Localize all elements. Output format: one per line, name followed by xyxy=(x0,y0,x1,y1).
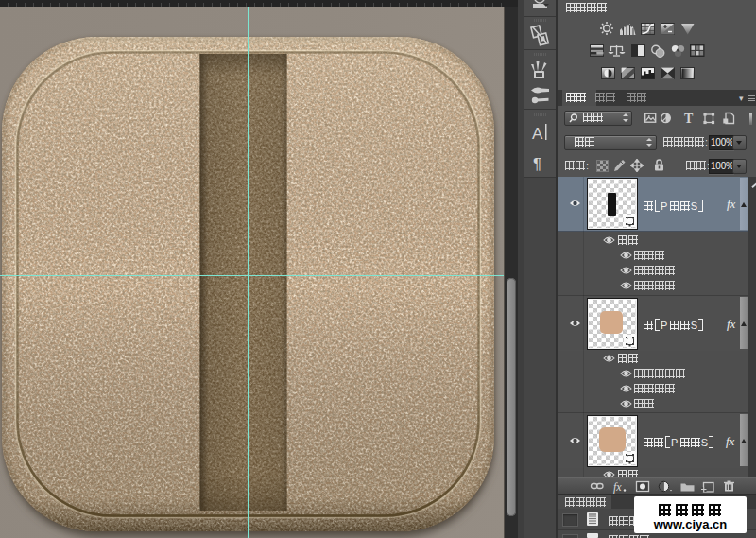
svg-text:¶: ¶ xyxy=(533,155,541,173)
svg-text:T: T xyxy=(684,112,694,125)
svg-text:A: A xyxy=(532,125,543,143)
svg-text:fx: fx xyxy=(613,480,622,494)
